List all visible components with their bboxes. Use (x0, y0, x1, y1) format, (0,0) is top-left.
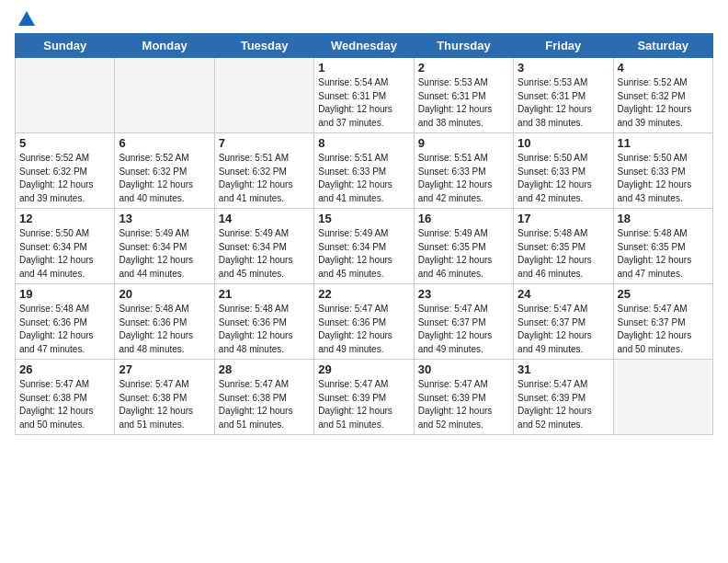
calendar-cell: 19Sunrise: 5:48 AMSunset: 6:36 PMDayligh… (16, 284, 115, 360)
page: SundayMondayTuesdayWednesdayThursdayFrid… (0, 0, 728, 444)
weekday-header-cell: Thursday (414, 34, 513, 58)
day-info: Sunrise: 5:47 AMSunset: 6:36 PMDaylight:… (318, 303, 409, 356)
calendar-week-row: 5Sunrise: 5:52 AMSunset: 6:32 PMDaylight… (16, 133, 713, 209)
day-number: 26 (19, 362, 110, 376)
calendar-cell: 8Sunrise: 5:51 AMSunset: 6:33 PMDaylight… (314, 133, 414, 209)
calendar-table: SundayMondayTuesdayWednesdayThursdayFrid… (15, 33, 713, 435)
header (15, 9, 713, 29)
calendar-cell: 9Sunrise: 5:51 AMSunset: 6:33 PMDaylight… (414, 133, 513, 209)
logo (15, 9, 37, 29)
calendar-cell: 6Sunrise: 5:52 AMSunset: 6:32 PMDaylight… (115, 133, 214, 209)
day-number: 23 (418, 287, 509, 301)
day-info: Sunrise: 5:47 AMSunset: 6:37 PMDaylight:… (618, 303, 709, 356)
day-number: 21 (219, 287, 310, 301)
calendar-cell: 23Sunrise: 5:47 AMSunset: 6:37 PMDayligh… (414, 284, 513, 360)
calendar-cell: 28Sunrise: 5:47 AMSunset: 6:38 PMDayligh… (214, 360, 313, 435)
day-number: 4 (618, 61, 709, 75)
day-number: 5 (19, 136, 110, 150)
weekday-header-cell: Sunday (16, 34, 115, 58)
calendar-cell: 22Sunrise: 5:47 AMSunset: 6:36 PMDayligh… (314, 284, 414, 360)
day-info: Sunrise: 5:47 AMSunset: 6:38 PMDaylight:… (219, 378, 310, 431)
day-number: 22 (318, 287, 409, 301)
calendar-week-row: 12Sunrise: 5:50 AMSunset: 6:34 PMDayligh… (16, 209, 713, 284)
day-info: Sunrise: 5:47 AMSunset: 6:37 PMDaylight:… (518, 303, 609, 356)
day-info: Sunrise: 5:48 AMSunset: 6:36 PMDaylight:… (119, 303, 210, 356)
calendar-cell (613, 360, 712, 435)
calendar-cell: 24Sunrise: 5:47 AMSunset: 6:37 PMDayligh… (514, 284, 613, 360)
day-number: 1 (318, 61, 409, 75)
day-info: Sunrise: 5:53 AMSunset: 6:31 PMDaylight:… (418, 76, 509, 130)
day-info: Sunrise: 5:54 AMSunset: 6:31 PMDaylight:… (318, 76, 409, 130)
day-number: 31 (518, 362, 609, 376)
calendar-cell: 16Sunrise: 5:49 AMSunset: 6:35 PMDayligh… (414, 209, 513, 284)
day-info: Sunrise: 5:48 AMSunset: 6:35 PMDaylight:… (618, 227, 709, 281)
calendar-cell: 17Sunrise: 5:48 AMSunset: 6:35 PMDayligh… (514, 209, 613, 284)
calendar-cell: 4Sunrise: 5:52 AMSunset: 6:32 PMDaylight… (613, 58, 712, 133)
calendar-week-row: 19Sunrise: 5:48 AMSunset: 6:36 PMDayligh… (16, 284, 713, 360)
day-info: Sunrise: 5:49 AMSunset: 6:34 PMDaylight:… (119, 227, 210, 281)
calendar-cell: 12Sunrise: 5:50 AMSunset: 6:34 PMDayligh… (16, 209, 115, 284)
day-number: 29 (318, 362, 409, 376)
day-info: Sunrise: 5:51 AMSunset: 6:33 PMDaylight:… (418, 152, 509, 205)
day-info: Sunrise: 5:47 AMSunset: 6:39 PMDaylight:… (518, 378, 609, 431)
day-number: 12 (19, 212, 110, 225)
day-info: Sunrise: 5:51 AMSunset: 6:32 PMDaylight:… (219, 152, 310, 205)
day-number: 9 (418, 136, 509, 150)
day-number: 11 (618, 136, 709, 150)
calendar-cell: 3Sunrise: 5:53 AMSunset: 6:31 PMDaylight… (514, 58, 613, 133)
day-number: 8 (318, 136, 409, 150)
day-info: Sunrise: 5:48 AMSunset: 6:36 PMDaylight:… (19, 303, 110, 356)
day-number: 7 (219, 136, 310, 150)
calendar-cell: 13Sunrise: 5:49 AMSunset: 6:34 PMDayligh… (115, 209, 214, 284)
day-info: Sunrise: 5:49 AMSunset: 6:35 PMDaylight:… (418, 227, 509, 281)
calendar-cell: 15Sunrise: 5:49 AMSunset: 6:34 PMDayligh… (314, 209, 414, 284)
calendar-cell (115, 58, 214, 133)
day-number: 19 (19, 287, 110, 301)
calendar-cell: 2Sunrise: 5:53 AMSunset: 6:31 PMDaylight… (414, 58, 513, 133)
day-info: Sunrise: 5:52 AMSunset: 6:32 PMDaylight:… (119, 152, 210, 205)
calendar-body: 1Sunrise: 5:54 AMSunset: 6:31 PMDaylight… (16, 58, 713, 435)
calendar-week-row: 1Sunrise: 5:54 AMSunset: 6:31 PMDaylight… (16, 58, 713, 133)
calendar-cell: 10Sunrise: 5:50 AMSunset: 6:33 PMDayligh… (514, 133, 613, 209)
day-info: Sunrise: 5:48 AMSunset: 6:35 PMDaylight:… (518, 227, 609, 281)
day-info: Sunrise: 5:52 AMSunset: 6:32 PMDaylight:… (618, 76, 709, 130)
weekday-header-cell: Saturday (613, 34, 712, 58)
weekday-header-cell: Monday (115, 34, 214, 58)
day-number: 27 (119, 362, 210, 376)
calendar-cell: 26Sunrise: 5:47 AMSunset: 6:38 PMDayligh… (16, 360, 115, 435)
day-info: Sunrise: 5:48 AMSunset: 6:36 PMDaylight:… (219, 303, 310, 356)
weekday-header-cell: Friday (514, 34, 613, 58)
calendar-cell: 5Sunrise: 5:52 AMSunset: 6:32 PMDaylight… (16, 133, 115, 209)
day-info: Sunrise: 5:50 AMSunset: 6:34 PMDaylight:… (19, 227, 110, 281)
calendar-cell (16, 58, 115, 133)
calendar-cell: 25Sunrise: 5:47 AMSunset: 6:37 PMDayligh… (613, 284, 712, 360)
day-info: Sunrise: 5:47 AMSunset: 6:38 PMDaylight:… (119, 378, 210, 431)
day-number: 30 (418, 362, 509, 376)
day-info: Sunrise: 5:51 AMSunset: 6:33 PMDaylight:… (318, 152, 409, 205)
day-number: 17 (518, 212, 609, 225)
day-info: Sunrise: 5:47 AMSunset: 6:38 PMDaylight:… (19, 378, 110, 431)
day-number: 10 (518, 136, 609, 150)
calendar-cell: 27Sunrise: 5:47 AMSunset: 6:38 PMDayligh… (115, 360, 214, 435)
day-info: Sunrise: 5:47 AMSunset: 6:37 PMDaylight:… (418, 303, 509, 356)
calendar-cell: 29Sunrise: 5:47 AMSunset: 6:39 PMDayligh… (314, 360, 414, 435)
calendar-cell (214, 58, 313, 133)
day-number: 16 (418, 212, 509, 225)
day-info: Sunrise: 5:52 AMSunset: 6:32 PMDaylight:… (19, 152, 110, 205)
day-info: Sunrise: 5:49 AMSunset: 6:34 PMDaylight:… (318, 227, 409, 281)
calendar-cell: 18Sunrise: 5:48 AMSunset: 6:35 PMDayligh… (613, 209, 712, 284)
day-info: Sunrise: 5:53 AMSunset: 6:31 PMDaylight:… (518, 76, 609, 130)
day-number: 20 (119, 287, 210, 301)
calendar-cell: 21Sunrise: 5:48 AMSunset: 6:36 PMDayligh… (214, 284, 313, 360)
logo-icon (17, 9, 37, 29)
svg-marker-0 (18, 11, 35, 26)
day-info: Sunrise: 5:47 AMSunset: 6:39 PMDaylight:… (418, 378, 509, 431)
calendar-cell: 20Sunrise: 5:48 AMSunset: 6:36 PMDayligh… (115, 284, 214, 360)
day-number: 18 (618, 212, 709, 225)
day-info: Sunrise: 5:47 AMSunset: 6:39 PMDaylight:… (318, 378, 409, 431)
day-number: 3 (518, 61, 609, 75)
weekday-header-cell: Wednesday (314, 34, 414, 58)
day-number: 24 (518, 287, 609, 301)
day-number: 13 (119, 212, 210, 225)
day-number: 14 (219, 212, 310, 225)
